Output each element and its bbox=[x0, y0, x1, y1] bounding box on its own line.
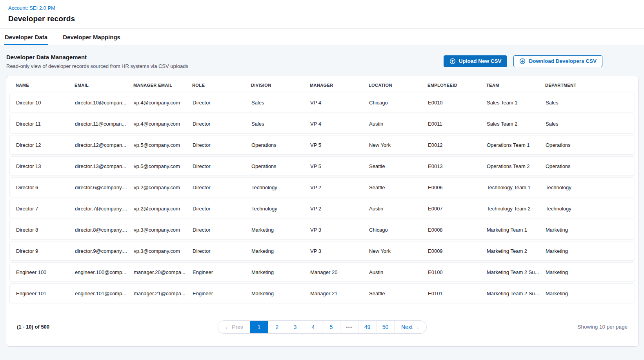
developer-table: NAMEEMAILMANAGER EMAILROLEDIVISIONMANAGE… bbox=[6, 76, 639, 347]
cell-manager-email: manager.20@compa... bbox=[134, 269, 193, 275]
cell-manager: VP 4 bbox=[310, 121, 369, 127]
cell-role: Director bbox=[193, 121, 251, 127]
developer-data-panel: Developer Data Management Read-only view… bbox=[0, 45, 644, 360]
cell-manager-email: vp.2@company.com bbox=[134, 185, 193, 190]
cell-location: Chicago bbox=[369, 100, 428, 106]
cell-location: Seattle bbox=[369, 185, 428, 190]
cell-manager-email: manager.21@compa... bbox=[134, 291, 193, 296]
cell-team: Marketing Team 1 bbox=[487, 227, 546, 233]
cell-email: director.13@compan... bbox=[75, 163, 134, 169]
pagination-page-1[interactable]: 1 bbox=[250, 321, 268, 333]
pagination-page-4[interactable]: 4 bbox=[304, 321, 322, 333]
cell-role: Director bbox=[193, 248, 251, 254]
cell-employeeid: E0100 bbox=[428, 269, 487, 275]
cell-manager-email: vp.2@company.com bbox=[134, 206, 193, 212]
table-row: Director 10director.10@compan...vp.4@com… bbox=[9, 93, 635, 112]
cell-role: Director bbox=[193, 163, 251, 169]
cell-department: Operations bbox=[546, 163, 635, 169]
cell-location: Seattle bbox=[369, 163, 428, 169]
pagination-page-3[interactable]: 3 bbox=[286, 321, 304, 333]
cell-employeeid: E0006 bbox=[428, 185, 487, 190]
cell-email: director.12@compan... bbox=[75, 142, 134, 148]
cell-email: director.9@company.... bbox=[75, 248, 134, 254]
cell-department: Marketing bbox=[546, 291, 635, 296]
cell-location: Austin bbox=[369, 121, 428, 127]
cell-role: Director bbox=[193, 206, 251, 212]
table-row: Director 8director.8@company....vp.3@com… bbox=[9, 220, 635, 239]
upload-new-csv-button[interactable]: Upload New CSV bbox=[444, 55, 508, 67]
per-page-text: Showing 10 per page bbox=[427, 324, 628, 330]
cell-role: Director bbox=[193, 100, 251, 106]
cell-team: Marketing Team 2 bbox=[487, 248, 546, 254]
cell-division: Sales bbox=[251, 121, 310, 127]
account-breadcrumb-link[interactable]: Account: SEI 2.0 PM bbox=[8, 5, 55, 11]
pagination: ← Prev12345•••4950Next → bbox=[218, 320, 426, 334]
cell-name: Director 13 bbox=[16, 163, 75, 169]
column-header-email: EMAIL bbox=[75, 83, 133, 88]
pagination-page-5[interactable]: 5 bbox=[322, 321, 340, 333]
section-titles: Developer Data Management Read-only view… bbox=[6, 54, 188, 69]
cell-email: director.10@compan... bbox=[75, 100, 134, 106]
pagination-page-49[interactable]: 49 bbox=[358, 321, 376, 333]
cell-role: Engineer bbox=[193, 269, 251, 275]
tab-developer-data[interactable]: Developer Data bbox=[4, 29, 48, 45]
cell-division: Marketing bbox=[251, 248, 310, 254]
developer-records-page: Account: SEI 2.0 PM Developer records De… bbox=[0, 0, 644, 360]
cell-division: Technology bbox=[251, 206, 310, 212]
cell-location: New York bbox=[369, 142, 428, 148]
cell-team: Technology Team 1 bbox=[487, 185, 546, 190]
column-header-name: NAME bbox=[16, 83, 75, 88]
cell-manager-email: vp.4@company.com bbox=[134, 100, 193, 106]
cell-email: engineer.101@comp... bbox=[75, 291, 134, 296]
cell-name: Director 8 bbox=[16, 227, 75, 233]
cell-manager: VP 2 bbox=[310, 185, 369, 190]
column-header-employeeid: EMPLOYEEID bbox=[428, 83, 486, 88]
cell-team: Operations Team 2 bbox=[487, 163, 546, 169]
cell-role: Director bbox=[193, 185, 251, 190]
cell-team: Operations Team 1 bbox=[487, 142, 546, 148]
cell-location: Chicago bbox=[369, 227, 428, 233]
pagination-next-button[interactable]: Next → bbox=[394, 321, 426, 333]
table-row: Director 11director.11@compan...vp.4@com… bbox=[9, 114, 635, 133]
pagination-page-2[interactable]: 2 bbox=[268, 321, 286, 333]
cell-name: Engineer 100 bbox=[16, 269, 75, 275]
cell-employeeid: E0011 bbox=[428, 121, 487, 127]
cell-location: Austin bbox=[369, 269, 428, 275]
download-developers-csv-button[interactable]: Download Developers CSV bbox=[513, 55, 602, 67]
table-body: Director 10director.10@compan...vp.4@com… bbox=[6, 93, 638, 303]
pagination-prev-button[interactable]: ← Prev bbox=[218, 321, 250, 333]
pagination-range-text: (1 - 10) of 500 bbox=[17, 324, 218, 330]
cell-role: Engineer bbox=[193, 291, 251, 296]
column-header-manager: MANAGER bbox=[310, 83, 369, 88]
table-row: Director 9director.9@company....vp.3@com… bbox=[9, 241, 635, 261]
tab-bar: Developer Data Developer Mappings bbox=[0, 28, 644, 45]
table-row: Director 6director.6@company....vp.2@com… bbox=[9, 177, 635, 197]
cell-role: Director bbox=[193, 142, 251, 148]
cell-manager: Manager 21 bbox=[310, 291, 369, 296]
cell-manager: VP 3 bbox=[310, 227, 369, 233]
column-header-location: LOCATION bbox=[369, 83, 428, 88]
cell-manager-email: vp.5@company.com bbox=[134, 142, 193, 148]
table-header-row: NAMEEMAILMANAGER EMAILROLEDIVISIONMANAGE… bbox=[6, 76, 638, 93]
cell-name: Engineer 101 bbox=[16, 291, 75, 296]
section-title: Developer Data Management bbox=[6, 54, 188, 60]
cell-name: Director 6 bbox=[16, 185, 75, 190]
upload-icon bbox=[449, 58, 456, 64]
section-header: Developer Data Management Read-only view… bbox=[6, 53, 639, 76]
cell-email: director.8@company.... bbox=[75, 227, 134, 233]
tab-developer-data-label: Developer Data bbox=[5, 34, 47, 40]
pagination-page-50[interactable]: 50 bbox=[376, 321, 394, 333]
column-header-department: DEPARTMENT bbox=[545, 83, 629, 88]
tab-developer-mappings[interactable]: Developer Mappings bbox=[62, 29, 121, 45]
column-header-manager-email: MANAGER EMAIL bbox=[133, 83, 192, 88]
cell-employeeid: E0012 bbox=[428, 142, 487, 148]
cell-manager: VP 4 bbox=[310, 100, 369, 106]
cell-manager: VP 3 bbox=[310, 248, 369, 254]
cell-team: Sales Team 2 bbox=[487, 121, 546, 127]
cell-team: Marketing Team 2 Su... bbox=[487, 269, 546, 275]
cell-employeeid: E0009 bbox=[428, 248, 487, 254]
cell-email: engineer.100@comp... bbox=[75, 269, 134, 275]
cell-division: Marketing bbox=[251, 269, 310, 275]
cell-manager-email: vp.3@company.com bbox=[134, 227, 193, 233]
cell-team: Marketing Team 2 Su... bbox=[487, 291, 546, 296]
